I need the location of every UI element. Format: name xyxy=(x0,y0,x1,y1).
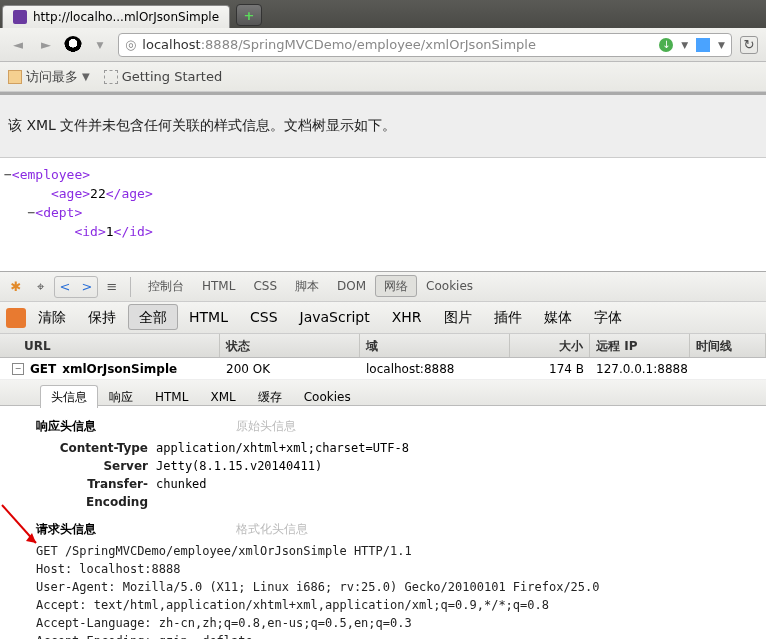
back-button[interactable]: ◄ xyxy=(8,35,28,55)
raw-request-headers: GET /SpringMVCDemo/employee/xmlOrJsonSim… xyxy=(36,542,756,639)
devtools-tab-网络[interactable]: 网络 xyxy=(375,275,417,297)
filter-XHR[interactable]: XHR xyxy=(381,304,433,330)
header-row: Transfer-Encodingchunked xyxy=(36,475,756,511)
address-bar[interactable]: ◎ localhost:8888/SpringMVCDemo/employee/… xyxy=(118,33,732,57)
col-status[interactable]: 状态 xyxy=(220,334,360,357)
clear-button[interactable]: 清除 xyxy=(28,305,76,331)
filter-HTML[interactable]: HTML xyxy=(178,304,239,330)
bookmark-most-visited[interactable]: 访问最多 ▼ xyxy=(8,68,90,86)
penguin-icon xyxy=(64,36,82,54)
browser-tab-strip: http://localho...mlOrJsonSimple + xyxy=(0,0,766,28)
globe-icon: ◎ xyxy=(125,37,136,52)
request-headers-title: 请求头信息 xyxy=(36,521,96,538)
col-remote-ip[interactable]: 远程 IP xyxy=(590,334,690,357)
minus-icon[interactable]: − xyxy=(12,363,24,375)
bookmark-dropdown-icon[interactable]: ▼ xyxy=(681,40,688,50)
filter-图片[interactable]: 图片 xyxy=(433,304,483,330)
col-timeline[interactable]: 时间线 xyxy=(690,334,766,357)
firebug-icon[interactable]: ✱ xyxy=(6,277,26,297)
dropdown-icon[interactable]: ▼ xyxy=(90,35,110,55)
inspect-icon[interactable]: ⌖ xyxy=(30,277,50,297)
bug-icon[interactable] xyxy=(6,308,26,328)
devtools-tab-控制台[interactable]: 控制台 xyxy=(139,275,193,297)
detail-tab-头信息[interactable]: 头信息 xyxy=(40,385,98,408)
detail-tab-HTML[interactable]: HTML xyxy=(144,385,199,408)
network-row[interactable]: − GET xmlOrJsonSimple 200 OK localhost:8… xyxy=(0,358,766,380)
menu-icon[interactable]: ≡ xyxy=(102,277,122,297)
history-nav: < > xyxy=(54,276,98,298)
forward-icon[interactable]: > xyxy=(77,277,97,297)
xml-warning-message: 该 XML 文件并未包含任何关联的样式信息。文档树显示如下。 xyxy=(0,92,766,158)
new-tab-button[interactable]: + xyxy=(236,4,262,26)
detail-tabs: 头信息响应HTMLXML缓存Cookies xyxy=(0,380,766,406)
forward-button[interactable]: ► xyxy=(36,35,56,55)
bookmark-getting-started[interactable]: Getting Started xyxy=(104,69,223,84)
download-icon[interactable]: ↓ xyxy=(659,38,673,52)
col-size[interactable]: 大小 xyxy=(510,334,590,357)
xml-tree-view: −<employee> <age>22</age> −<dept> <id>1<… xyxy=(0,158,766,271)
filter-字体[interactable]: 字体 xyxy=(583,304,633,330)
raw-headers-link[interactable]: 原始头信息 xyxy=(236,418,296,435)
filter-全部[interactable]: 全部 xyxy=(128,304,178,330)
filter-插件[interactable]: 插件 xyxy=(483,304,533,330)
devtools-panel: ✱ ⌖ < > ≡ 控制台HTMLCSS脚本DOM网络Cookies 清除 保持… xyxy=(0,271,766,639)
device-dropdown-icon[interactable]: ▼ xyxy=(718,40,725,50)
page-icon xyxy=(104,70,118,84)
filter-JavaScript[interactable]: JavaScript xyxy=(289,304,381,330)
filter-媒体[interactable]: 媒体 xyxy=(533,304,583,330)
col-domain[interactable]: 域 xyxy=(360,334,510,357)
response-headers-title: 响应头信息 xyxy=(36,418,96,435)
headers-panel: 响应头信息原始头信息 Content-Typeapplication/xhtml… xyxy=(0,406,766,639)
navigation-bar: ◄ ► ▼ ◎ localhost:8888/SpringMVCDemo/emp… xyxy=(0,28,766,62)
col-url[interactable]: URL xyxy=(0,334,220,357)
persist-button[interactable]: 保持 xyxy=(78,305,126,331)
detail-tab-Cookies[interactable]: Cookies xyxy=(293,385,362,408)
devtools-sub-toolbar: 清除 保持 全部HTMLCSSJavaScriptXHR图片插件媒体字体 xyxy=(0,302,766,334)
devtools-tab-HTML[interactable]: HTML xyxy=(193,275,244,297)
favicon-icon xyxy=(13,10,27,24)
reload-button[interactable]: ↻ xyxy=(740,36,758,54)
device-icon[interactable] xyxy=(696,38,710,52)
filter-CSS[interactable]: CSS xyxy=(239,304,289,330)
url-text: localhost:8888/SpringMVCDemo/employee/xm… xyxy=(142,37,536,52)
devtools-tab-Cookies[interactable]: Cookies xyxy=(417,275,482,297)
devtools-tab-CSS[interactable]: CSS xyxy=(244,275,286,297)
network-table-header: URL 状态 域 大小 远程 IP 时间线 xyxy=(0,334,766,358)
formatted-headers-link[interactable]: 格式化头信息 xyxy=(236,521,308,538)
browser-tab[interactable]: http://localho...mlOrJsonSimple xyxy=(2,5,230,28)
detail-tab-XML[interactable]: XML xyxy=(199,385,246,408)
tab-title: http://localho...mlOrJsonSimple xyxy=(33,10,219,24)
detail-tab-响应[interactable]: 响应 xyxy=(98,385,144,408)
devtools-toolbar: ✱ ⌖ < > ≡ 控制台HTMLCSS脚本DOM网络Cookies xyxy=(0,272,766,302)
devtools-tab-脚本[interactable]: 脚本 xyxy=(286,275,328,297)
header-row: ServerJetty(8.1.15.v20140411) xyxy=(36,457,756,475)
folder-icon xyxy=(8,70,22,84)
back-icon[interactable]: < xyxy=(55,277,75,297)
chevron-down-icon: ▼ xyxy=(82,71,90,82)
detail-tab-缓存[interactable]: 缓存 xyxy=(247,385,293,408)
devtools-tab-DOM[interactable]: DOM xyxy=(328,275,375,297)
bookmarks-bar: 访问最多 ▼ Getting Started xyxy=(0,62,766,92)
header-row: Content-Typeapplication/xhtml+xml;charse… xyxy=(36,439,756,457)
